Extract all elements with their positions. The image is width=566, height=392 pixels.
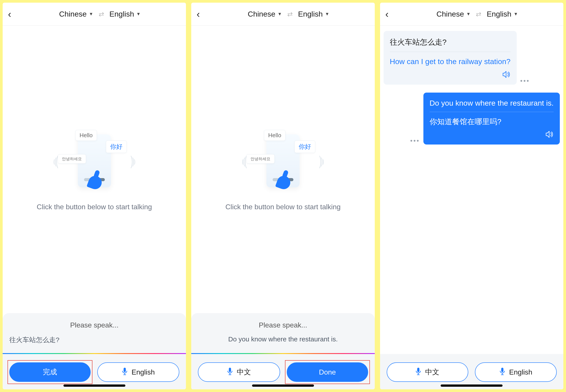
bottom-buttons: 中文 English — [380, 354, 563, 389]
mic-icon — [415, 368, 421, 377]
message-source-text: Do you know where the restaurant is. — [430, 99, 554, 112]
caret-down-icon: ▼ — [89, 12, 93, 16]
mic-icon — [227, 368, 233, 377]
target-language-selector[interactable]: English ▼ — [487, 10, 518, 18]
language-pair: Chinese ▼ ⇄ English ▼ — [208, 10, 369, 18]
message-translation-text: How can I get to the railway station? — [390, 52, 510, 67]
target-language-label: English — [298, 10, 323, 18]
prompt-text: Click the button below to start talking — [37, 203, 152, 211]
speak-chinese-label: 中文 — [237, 367, 251, 377]
source-language-selector[interactable]: Chinese ▼ — [436, 10, 471, 18]
speaker-icon[interactable] — [546, 131, 554, 140]
illustration: Hello 你好 안녕하세요 — [246, 128, 320, 194]
swap-icon[interactable]: ⇄ — [287, 10, 293, 18]
speak-chinese-button[interactable]: 中文 — [198, 362, 280, 382]
target-language-label: English — [109, 10, 134, 18]
home-indicator[interactable] — [441, 384, 503, 387]
empty-state: Hello 你好 안녕하세요 Click the button below to… — [191, 26, 375, 313]
mic-icon — [499, 368, 505, 377]
home-indicator[interactable] — [63, 384, 125, 387]
header: ‹ Chinese ▼ ⇄ English ▼ — [191, 3, 375, 26]
bubble-korean: 안녕하세요 — [58, 154, 86, 164]
screen-2: ‹ Chinese ▼ ⇄ English ▼ Hello 你好 안녕하세요 — [191, 3, 375, 389]
caret-down-icon: ▼ — [466, 12, 471, 16]
speak-english-label: English — [509, 368, 532, 376]
target-language-label: English — [487, 10, 511, 18]
more-icon[interactable]: ••• — [520, 77, 530, 85]
language-pair: Chinese ▼ ⇄ English ▼ — [19, 10, 181, 18]
recognized-text: Do you know where the restaurant is. — [198, 336, 368, 345]
highlight-frame: 完成 — [9, 362, 91, 382]
svg-rect-9 — [501, 368, 503, 372]
bubble-nihao: 你好 — [294, 140, 315, 153]
message-translation-text: 你知道餐馆在哪里吗? — [430, 112, 554, 127]
source-language-label: Chinese — [436, 10, 464, 18]
screen-1: ‹ Chinese ▼ ⇄ English ▼ Hello 你好 안녕하세요 — [3, 3, 186, 389]
header: ‹ Chinese ▼ ⇄ English ▼ — [3, 3, 186, 26]
speak-english-button[interactable]: English — [475, 362, 557, 382]
message-bubble-incoming: 往火车站怎么走? How can I get to the railway st… — [384, 31, 517, 85]
recognized-text: 往火车站怎么走? — [9, 336, 179, 345]
source-language-label: Chinese — [59, 10, 87, 18]
message-bubble-outgoing: Do you know where the restaurant is. 你知道… — [423, 93, 560, 145]
bottom-buttons: 中文 Done — [191, 354, 375, 389]
caret-down-icon: ▼ — [514, 12, 518, 16]
speak-panel: Please speak... Do you know where the re… — [191, 313, 375, 354]
empty-state: Hello 你好 안녕하세요 Click the button below to… — [3, 26, 186, 313]
done-button[interactable]: Done — [287, 362, 368, 382]
back-icon[interactable]: ‹ — [385, 9, 396, 20]
caret-down-icon: ▼ — [277, 12, 282, 16]
swap-icon[interactable]: ⇄ — [99, 10, 104, 18]
bubble-hello: Hello — [264, 130, 285, 141]
speak-title: Please speak... — [9, 321, 179, 329]
message-row-left: 往火车站怎么走? How can I get to the railway st… — [384, 31, 560, 85]
prompt-text: Click the button below to start talking — [225, 203, 340, 211]
target-language-selector[interactable]: English ▼ — [298, 10, 329, 18]
bubble-nihao: 你好 — [106, 140, 127, 153]
source-language-selector[interactable]: Chinese ▼ — [59, 10, 93, 18]
speak-chinese-label: 中文 — [425, 367, 439, 377]
svg-rect-6 — [417, 368, 420, 372]
bottom-buttons: 完成 English — [3, 354, 186, 389]
swap-icon[interactable]: ⇄ — [476, 10, 481, 18]
header: ‹ Chinese ▼ ⇄ English ▼ — [380, 3, 563, 26]
back-icon[interactable]: ‹ — [8, 9, 19, 20]
home-indicator[interactable] — [252, 384, 314, 387]
chat-body: 往火车站怎么走? How can I get to the railway st… — [380, 26, 563, 354]
speak-english-button[interactable]: English — [97, 362, 179, 382]
speak-english-label: English — [131, 368, 155, 376]
illustration: Hello 你好 안녕하세요 — [57, 128, 132, 194]
bubble-korean: 안녕하세요 — [246, 154, 275, 164]
target-language-selector[interactable]: English ▼ — [109, 10, 141, 18]
bubble-hello: Hello — [75, 130, 97, 141]
svg-rect-3 — [229, 368, 231, 372]
screen-3: ‹ Chinese ▼ ⇄ English ▼ 往火车站怎么走? How can… — [380, 3, 563, 389]
speak-panel: Please speak... 往火车站怎么走? — [3, 313, 186, 354]
done-button[interactable]: 完成 — [9, 362, 91, 382]
hand-icon — [87, 174, 103, 191]
hand-icon — [275, 174, 292, 191]
caret-down-icon: ▼ — [136, 12, 141, 16]
svg-rect-0 — [124, 368, 126, 372]
back-icon[interactable]: ‹ — [197, 9, 208, 20]
speaker-icon[interactable] — [503, 71, 510, 80]
done-button-label: 完成 — [43, 367, 57, 377]
message-row-right: ••• Do you know where the restaurant is.… — [384, 93, 560, 145]
language-pair: Chinese ▼ ⇄ English ▼ — [396, 10, 558, 18]
highlight-frame: Done — [287, 362, 368, 382]
speak-chinese-button[interactable]: 中文 — [387, 362, 468, 382]
done-button-label: Done — [319, 368, 336, 376]
message-source-text: 往火车站怎么走? — [390, 37, 510, 52]
source-language-selector[interactable]: Chinese ▼ — [248, 10, 282, 18]
speak-title: Please speak... — [198, 321, 368, 329]
source-language-label: Chinese — [248, 10, 276, 18]
mic-icon — [122, 368, 128, 377]
caret-down-icon: ▼ — [325, 12, 329, 16]
more-icon[interactable]: ••• — [410, 137, 420, 144]
